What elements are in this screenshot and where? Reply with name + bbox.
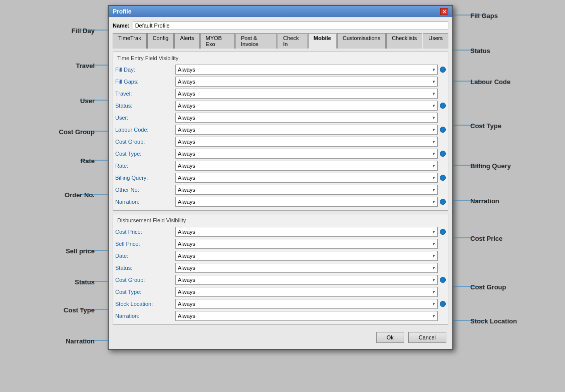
left-ann-label-7: Status: [72, 277, 98, 287]
tab-users[interactable]: Users: [423, 33, 448, 49]
field-row-0: Fill Day:Always▼: [115, 64, 446, 75]
right-annotations: Fill GapsStatusLabour CodeCost TypeBilli…: [462, 0, 565, 392]
field-row-2: Travel:Always▼: [115, 88, 446, 99]
left-ann-label-4: Rate: [78, 156, 98, 166]
field-label-4: User:: [115, 115, 175, 121]
field-select-7[interactable]: Always: [175, 311, 438, 321]
field-label-4: Cost Group:: [115, 277, 175, 283]
field-select-10[interactable]: Always: [175, 185, 438, 195]
ok-button[interactable]: Ok: [376, 332, 404, 343]
tab-customisations[interactable]: Customisations: [337, 33, 386, 49]
field-indicator-3: [440, 265, 446, 271]
field-row-4: Cost Group:Always▼: [115, 274, 446, 285]
field-select-1[interactable]: Always: [175, 239, 438, 249]
field-select-5[interactable]: Always: [175, 287, 438, 297]
field-select-9[interactable]: Always: [175, 173, 438, 183]
field-label-1: Fill Gaps:: [115, 79, 175, 85]
field-select-4[interactable]: Always: [175, 275, 438, 285]
field-label-8: Rate:: [115, 163, 175, 169]
field-row-8: Rate:Always▼: [115, 160, 446, 171]
field-label-6: Stock Location:: [115, 301, 175, 307]
right-ann-label-4: Billing Query: [467, 161, 514, 171]
field-label-3: Status:: [115, 265, 175, 271]
field-label-10: Other No:: [115, 187, 175, 193]
left-ann-label-5: Order No.: [62, 190, 98, 200]
cancel-button[interactable]: Cancel: [408, 332, 446, 343]
field-select-7[interactable]: Always: [175, 149, 438, 159]
field-row-11: Narration:Always▼: [115, 196, 446, 207]
left-ann-label-0: Fill Day: [69, 26, 98, 36]
field-select-6[interactable]: Always: [175, 299, 438, 309]
field-indicator-4: [440, 277, 446, 283]
field-indicator-5: [440, 127, 446, 133]
field-indicator-9: [440, 175, 446, 181]
disbursement-fields: Cost Price:Always▼Sell Price:Always▼Date…: [115, 226, 446, 321]
field-row-0: Cost Price:Always▼: [115, 226, 446, 237]
profile-dialog: Profile ✕ Name: TimeTrakConfigAlertsMYOB…: [108, 5, 453, 350]
field-select-0[interactable]: Always: [175, 65, 438, 75]
tab-check-in[interactable]: Check In: [277, 33, 308, 49]
field-indicator-0: [440, 67, 446, 73]
field-indicator-1: [440, 241, 446, 247]
field-indicator-4: [440, 115, 446, 121]
dialog-footer: Ok Cancel: [113, 328, 448, 345]
field-row-2: Date:Always▼: [115, 250, 446, 261]
field-select-3[interactable]: Always: [175, 263, 438, 273]
field-row-1: Sell Price:Always▼: [115, 238, 446, 249]
field-select-3[interactable]: Always: [175, 101, 438, 111]
field-label-0: Cost Price:: [115, 229, 175, 235]
field-select-4[interactable]: Always: [175, 113, 438, 123]
field-row-3: Status:Always▼: [115, 262, 446, 273]
field-indicator-10: [440, 187, 446, 193]
dialog-title: Profile: [113, 8, 131, 15]
field-indicator-3: [440, 103, 446, 109]
field-label-7: Cost Type:: [115, 151, 175, 157]
disbursement-section-title: Disbursement Field Visibility: [115, 216, 446, 224]
name-input[interactable]: [133, 21, 448, 30]
field-label-2: Date:: [115, 253, 175, 259]
field-select-5[interactable]: Always: [175, 125, 438, 135]
tab-config[interactable]: Config: [147, 33, 174, 49]
field-label-5: Labour Code:: [115, 127, 175, 133]
tab-alerts[interactable]: Alerts: [174, 33, 199, 49]
field-indicator-7: [440, 313, 446, 319]
field-label-6: Cost Group:: [115, 139, 175, 145]
tab-myob-exo[interactable]: MYOB Exo: [200, 33, 235, 49]
tab-mobile[interactable]: Mobile: [308, 33, 337, 49]
field-row-7: Narration:Always▼: [115, 310, 446, 321]
field-row-10: Other No:Always▼: [115, 184, 446, 195]
left-ann-label-9: Narration: [63, 336, 98, 346]
field-select-8[interactable]: Always: [175, 161, 438, 171]
right-ann-label-6: Cost Price: [467, 234, 505, 243]
field-row-3: Status:Always▼: [115, 100, 446, 111]
field-label-2: Travel:: [115, 91, 175, 97]
name-label: Name:: [113, 23, 130, 29]
field-label-0: Fill Day:: [115, 67, 175, 73]
left-ann-label-2: User: [77, 96, 98, 106]
right-ann-label-2: Labour Code: [467, 77, 513, 87]
field-select-1[interactable]: Always: [175, 77, 438, 87]
field-select-2[interactable]: Always: [175, 251, 438, 261]
tab-bar: TimeTrakConfigAlertsMYOB ExoPost & Invoi…: [113, 33, 448, 49]
field-indicator-5: [440, 289, 446, 295]
field-select-0[interactable]: Always: [175, 227, 438, 237]
close-button[interactable]: ✕: [440, 8, 448, 15]
field-indicator-11: [440, 199, 446, 205]
field-label-5: Cost Type:: [115, 289, 175, 295]
field-label-7: Narration:: [115, 313, 175, 319]
right-ann-label-7: Cost Group: [467, 282, 509, 292]
name-row: Name:: [113, 21, 448, 30]
tab-post-&-invoice[interactable]: Post & Invoice: [235, 33, 277, 49]
left-ann-label-8: Cost Type: [61, 305, 98, 315]
field-select-11[interactable]: Always: [175, 197, 438, 207]
tab-checklists[interactable]: Checklists: [386, 33, 422, 49]
tab-timetrak[interactable]: TimeTrak: [113, 33, 147, 49]
field-select-6[interactable]: Always: [175, 137, 438, 147]
left-ann-label-3: Cost Group: [56, 127, 98, 137]
dialog-titlebar: Profile ✕: [109, 6, 452, 17]
field-select-2[interactable]: Always: [175, 89, 438, 99]
field-row-9: Billing Query:Always▼: [115, 172, 446, 183]
dialog-body: Name: TimeTrakConfigAlertsMYOB ExoPost &…: [109, 17, 452, 349]
field-label-1: Sell Price:: [115, 241, 175, 247]
field-row-5: Cost Type:Always▼: [115, 286, 446, 297]
